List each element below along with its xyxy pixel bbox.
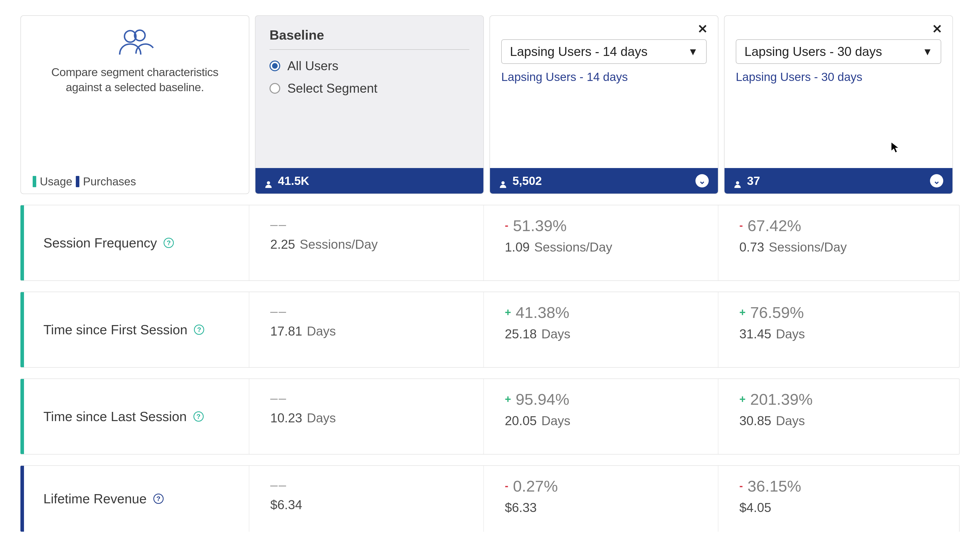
segment-a-delta: +41.38% (505, 303, 705, 322)
segment-a-value: $6.33 (505, 500, 705, 515)
segment-a-select[interactable]: Lapsing Users - 14 days ▼ (501, 39, 707, 64)
segment-b-delta: -67.42% (739, 217, 940, 235)
help-icon[interactable]: ? (153, 494, 164, 504)
baseline-cell: –– $6.34 (255, 466, 484, 532)
segment-a-select-label: Lapsing Users - 14 days (510, 44, 648, 59)
segment-a-link[interactable]: Lapsing Users - 14 days (501, 70, 707, 84)
row-accent (21, 205, 24, 280)
segment-b-delta: +76.59% (739, 303, 940, 322)
help-icon[interactable]: ? (193, 411, 204, 422)
segment-b-select[interactable]: Lapsing Users - 30 days ▼ (736, 39, 941, 64)
segment-b-delta: -36.15% (739, 477, 940, 495)
metric-label-cell: Lifetime Revenue ? (21, 466, 249, 532)
segment-a-cell: +95.94% 20.05Days (490, 379, 718, 454)
svg-point-4 (736, 181, 739, 185)
baseline-delta-dash: –– (270, 477, 471, 492)
segment-a-value: 25.18Days (505, 327, 705, 341)
segment-b-cell: -67.42% 0.73Sessions/Day (724, 205, 953, 280)
segment-card-a: ✕ Lapsing Users - 14 days ▼ Lapsing User… (490, 15, 718, 194)
expand-icon[interactable]: ⌄ (930, 174, 943, 188)
chevron-down-icon: ▼ (688, 46, 698, 57)
expand-icon[interactable]: ⌄ (695, 174, 709, 188)
metric-label: Lifetime Revenue (43, 491, 147, 507)
metric-row: Session Frequency ? –– 2.25Sessions/Day … (21, 205, 959, 281)
svg-point-2 (267, 181, 270, 185)
user-icon (265, 177, 272, 185)
baseline-delta-dash: –– (270, 390, 471, 406)
segment-a-cell: +41.38% 25.18Days (490, 292, 718, 367)
segment-b-value: 0.73Sessions/Day (739, 240, 940, 255)
baseline-cell: –– 10.23Days (255, 379, 484, 454)
segment-b-select-label: Lapsing Users - 30 days (745, 44, 882, 59)
baseline-value: $6.34 (270, 497, 471, 512)
segment-a-cell: -0.27% $6.33 (490, 466, 718, 532)
baseline-title: Baseline (269, 27, 469, 50)
baseline-radio-select[interactable]: Select Segment (269, 81, 469, 96)
segment-b-footer: 37 ⌄ (724, 168, 953, 194)
segment-card-b: ✕ Lapsing Users - 30 days ▼ Lapsing User… (724, 15, 953, 194)
intro-text: Compare segment characteristics against … (34, 65, 236, 95)
segment-a-delta: +95.94% (505, 390, 705, 408)
radio-label: All Users (287, 59, 339, 73)
mouse-cursor-icon (891, 142, 899, 153)
baseline-value: 10.23Days (270, 411, 471, 425)
baseline-delta-dash: –– (270, 303, 471, 319)
row-accent (21, 292, 24, 367)
segment-b-value: 30.85Days (739, 413, 940, 428)
segment-b-count: 37 (747, 174, 760, 188)
radio-label: Select Segment (287, 81, 377, 96)
segment-b-value: 31.45Days (739, 327, 940, 341)
baseline-count: 41.5K (278, 174, 309, 188)
row-accent (21, 379, 24, 454)
legend-purchases-chip (76, 176, 80, 187)
legend-usage-label: Usage (40, 175, 72, 188)
metric-row: Time since Last Session ? –– 10.23Days +… (21, 378, 959, 454)
metric-label: Time since First Session (43, 322, 187, 337)
svg-point-3 (501, 181, 505, 185)
radio-icon (269, 83, 280, 94)
segment-b-cell: +76.59% 31.45Days (724, 292, 953, 367)
metric-label-cell: Session Frequency ? (21, 205, 249, 280)
segment-a-cell: -51.39% 1.09Sessions/Day (490, 205, 718, 280)
segment-b-value: $4.05 (739, 500, 940, 515)
baseline-radio-all[interactable]: All Users (269, 59, 469, 73)
metric-label: Session Frequency (43, 235, 157, 250)
close-icon[interactable]: ✕ (932, 23, 942, 35)
legend-purchases-label: Purchases (83, 175, 136, 188)
row-accent (21, 466, 24, 532)
intro-card: Compare segment characteristics against … (21, 15, 249, 194)
help-icon[interactable]: ? (194, 325, 204, 335)
metric-label-cell: Time since First Session ? (21, 292, 249, 367)
legend-usage-chip (33, 176, 36, 187)
segment-a-delta: -51.39% (505, 217, 705, 235)
users-icon (116, 28, 154, 57)
segment-a-value: 1.09Sessions/Day (505, 240, 705, 255)
metric-label: Time since Last Session (43, 409, 187, 424)
help-icon[interactable]: ? (164, 238, 174, 248)
segment-a-footer: 5,502 ⌄ (490, 168, 718, 194)
baseline-delta-dash: –– (270, 217, 471, 232)
baseline-card: Baseline All Users Select Segment 41.5K (255, 15, 484, 194)
segment-a-count: 5,502 (512, 174, 542, 188)
segment-a-value: 20.05Days (505, 413, 705, 428)
metric-row: Time since First Session ? –– 17.81Days … (21, 292, 959, 368)
baseline-cell: –– 2.25Sessions/Day (255, 205, 484, 280)
radio-icon (269, 61, 280, 71)
baseline-value: 2.25Sessions/Day (270, 237, 471, 252)
metric-row: Lifetime Revenue ? –– $6.34 -0.27% $6.33… (21, 465, 959, 532)
segment-a-delta: -0.27% (505, 477, 705, 495)
chevron-down-icon: ▼ (922, 46, 932, 57)
legend: Usage Purchases (33, 175, 136, 188)
segment-b-delta: +201.39% (739, 390, 940, 408)
segment-b-link[interactable]: Lapsing Users - 30 days (736, 70, 941, 84)
metric-label-cell: Time since Last Session ? (21, 379, 249, 454)
segment-b-cell: +201.39% 30.85Days (724, 379, 953, 454)
user-icon (499, 177, 507, 185)
user-icon (734, 177, 741, 185)
close-icon[interactable]: ✕ (697, 23, 708, 35)
baseline-footer: 41.5K (256, 168, 484, 194)
baseline-cell: –– 17.81Days (255, 292, 484, 367)
segment-b-cell: -36.15% $4.05 (724, 466, 953, 532)
baseline-value: 17.81Days (270, 324, 471, 339)
